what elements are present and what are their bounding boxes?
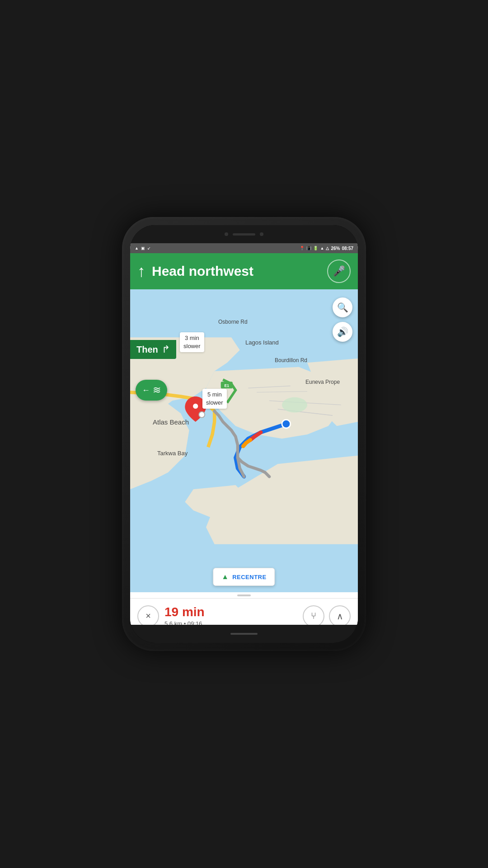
then-turn-icon: ↱ bbox=[162, 344, 170, 355]
status-right: 📍 📳 🔋 ▲ △ 26% 08:57 bbox=[300, 246, 353, 251]
routes-back-icon: ← bbox=[142, 386, 150, 395]
screen: ▲ ▣ ↙ 📍 📳 🔋 ▲ △ 26% 08:57 ↑ Head northwe… bbox=[130, 243, 358, 625]
route-label-2: 5 min slower bbox=[202, 389, 227, 409]
bottom-bar: × 19 min 5.6 km • 09:16 ⑂ ∧ bbox=[130, 598, 358, 625]
routes-toggle-button[interactable]: ← ≋ bbox=[136, 380, 167, 401]
signal-icon: △ bbox=[326, 246, 329, 250]
routes-grid-icon: ≋ bbox=[153, 384, 161, 396]
mic-button[interactable]: 🎤 bbox=[327, 259, 351, 283]
dot-separator: • bbox=[184, 620, 188, 625]
recentre-arrow-icon: ▲ bbox=[221, 573, 229, 581]
phone-top-bar bbox=[130, 225, 358, 243]
action-buttons: ⑂ ∧ bbox=[303, 605, 351, 625]
route-label-1: 3 min slower bbox=[180, 332, 204, 352]
wifi-icon: ▲ bbox=[320, 246, 324, 250]
eta-time: 19 min bbox=[164, 605, 297, 619]
eta-detail: 5.6 km • 09:16 bbox=[164, 620, 297, 625]
svg-text:E1: E1 bbox=[225, 383, 230, 388]
sound-button[interactable]: 🔊 bbox=[333, 322, 352, 342]
nav-icon: ▲ bbox=[135, 246, 139, 250]
direction-arrow-icon: ↑ bbox=[137, 263, 145, 279]
phone-inner: ▲ ▣ ↙ 📍 📳 🔋 ▲ △ 26% 08:57 ↑ Head northwe… bbox=[130, 225, 358, 643]
recentre-label: RECENTRE bbox=[232, 574, 267, 580]
status-left: ▲ ▣ ↙ bbox=[135, 246, 151, 250]
svg-point-17 bbox=[282, 397, 307, 413]
routes-button[interactable]: ⑂ bbox=[303, 605, 324, 625]
nav-direction-title: Head northwest bbox=[152, 264, 321, 279]
svg-point-11 bbox=[193, 404, 198, 409]
svg-point-9 bbox=[282, 420, 291, 428]
routes-icon: ⑂ bbox=[311, 611, 316, 621]
vibrate-icon: 📳 bbox=[306, 246, 311, 250]
map-area: Then ↱ bbox=[130, 289, 358, 592]
map-svg: E1 bbox=[130, 289, 358, 592]
recentre-button[interactable]: ▲ RECENTRE bbox=[213, 568, 275, 586]
bottom-sheet-handle-area bbox=[130, 592, 358, 598]
close-navigation-button[interactable]: × bbox=[137, 605, 159, 625]
sound-icon: 🔊 bbox=[337, 326, 348, 337]
then-label: Then bbox=[136, 344, 158, 355]
status-bar: ▲ ▣ ↙ 📍 📳 🔋 ▲ △ 26% 08:57 bbox=[130, 243, 358, 253]
camera-dot bbox=[225, 232, 228, 236]
camera-dot-2 bbox=[260, 232, 263, 236]
speaker-slot bbox=[233, 233, 255, 236]
nav-header: ↑ Head northwest 🎤 bbox=[130, 253, 358, 289]
phone-frame: ▲ ▣ ↙ 📍 📳 🔋 ▲ △ 26% 08:57 ↑ Head northwe… bbox=[122, 217, 366, 651]
expand-icon: ∧ bbox=[337, 611, 343, 622]
eta-section: 19 min 5.6 km • 09:16 bbox=[164, 605, 297, 625]
clock: 08:57 bbox=[342, 246, 353, 251]
slide-handle bbox=[237, 594, 251, 596]
image-icon: ▣ bbox=[141, 246, 145, 250]
close-icon: × bbox=[145, 611, 151, 621]
distance-value: 5.6 km bbox=[164, 620, 182, 625]
battery-percent: 26% bbox=[331, 246, 340, 251]
then-banner: Then ↱ bbox=[130, 340, 176, 359]
phone-bottom-bar bbox=[130, 625, 358, 643]
search-button[interactable]: 🔍 bbox=[333, 297, 352, 317]
home-indicator bbox=[230, 633, 258, 635]
arrival-time: 09:16 bbox=[188, 620, 202, 625]
battery-low-icon: 🔋 bbox=[313, 246, 318, 250]
svg-point-12 bbox=[199, 412, 205, 418]
expand-button[interactable]: ∧ bbox=[329, 605, 351, 625]
location-icon: 📍 bbox=[300, 246, 305, 250]
call-icon: ↙ bbox=[147, 246, 151, 250]
search-icon: 🔍 bbox=[337, 302, 348, 313]
